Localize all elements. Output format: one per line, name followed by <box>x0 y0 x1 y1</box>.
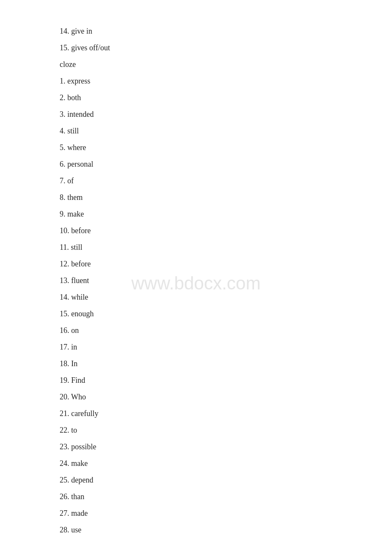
item-text: of <box>67 176 74 185</box>
item-number: 27. <box>60 509 71 517</box>
item-text: make <box>71 459 88 468</box>
list-item: 13. fluent <box>60 275 332 286</box>
item-number: 22. <box>60 426 71 434</box>
list-item: 26. than <box>60 491 332 503</box>
item-text: possible <box>71 442 96 451</box>
item-text: them <box>67 193 83 202</box>
item-number: 14. <box>60 293 71 301</box>
item-number: 24. <box>60 459 71 468</box>
list-item: 21. carefully <box>60 408 332 419</box>
item-text: fluent <box>71 276 89 285</box>
item-text: still <box>71 243 82 251</box>
item-number: 7. <box>60 176 67 185</box>
item-number: 20. <box>60 393 71 401</box>
list-item: 17. in <box>60 341 332 353</box>
item-text: before <box>71 226 91 235</box>
item-number: 16. <box>60 326 71 335</box>
item-number: 8. <box>60 193 67 202</box>
item-number: 17. <box>60 343 71 351</box>
item-text: carefully <box>71 409 98 418</box>
list-item: 15. enough <box>60 308 332 320</box>
list-item: 28. use <box>60 524 332 536</box>
item-text: give in <box>71 27 92 35</box>
item-text: make <box>67 210 84 218</box>
item-number: 26. <box>60 492 71 501</box>
list-item: 23. possible <box>60 441 332 453</box>
item-number: 4. <box>60 127 67 135</box>
item-text: intended <box>67 110 94 119</box>
item-text: Who <box>71 393 86 401</box>
list-item: 4. still <box>60 125 332 137</box>
item-number: 14. <box>60 27 71 35</box>
list-item: 6. personal <box>60 159 332 170</box>
list-item: 8. them <box>60 192 332 203</box>
item-number: 3. <box>60 110 67 119</box>
item-text: in <box>71 343 77 351</box>
main-content: 14. give in 15. gives off/out cloze 1. e… <box>0 0 392 555</box>
list-item: 7. of <box>60 175 332 187</box>
item-number: 21. <box>60 409 71 418</box>
list-item: 20. Who <box>60 391 332 403</box>
list-item: 22. to <box>60 425 332 436</box>
item-text: where <box>67 143 86 152</box>
item-text: before <box>71 260 91 268</box>
list-item: 5. where <box>60 142 332 153</box>
list-item: 18. In <box>60 358 332 370</box>
item-number: 25. <box>60 476 71 484</box>
item-number: 11. <box>60 243 71 251</box>
item-number: 23. <box>60 442 71 451</box>
cloze-list: 1. express2. both3. intended4. still5. w… <box>60 75 332 536</box>
list-item: 25. depend <box>60 474 332 486</box>
item-text: than <box>71 492 84 501</box>
item-text: on <box>71 326 79 335</box>
list-item: 27. made <box>60 508 332 519</box>
item-number: 12. <box>60 260 71 268</box>
item-text: personal <box>67 160 93 168</box>
item-number: 28. <box>60 526 71 534</box>
item-text: still <box>67 127 79 135</box>
item-text: made <box>71 509 88 517</box>
list-item: 2. both <box>60 92 332 104</box>
item-number: 2. <box>60 93 67 102</box>
item-text: gives off/out <box>71 43 110 52</box>
item-number: 15. <box>60 43 71 52</box>
item-number: 1. <box>60 77 67 85</box>
item-text: express <box>67 77 90 85</box>
list-item: 14. give in <box>60 26 332 37</box>
item-number: 10. <box>60 226 71 235</box>
item-text: In <box>71 359 78 368</box>
item-number: 19. <box>60 376 71 384</box>
list-item: 1. express <box>60 75 332 87</box>
item-number: 5. <box>60 143 67 152</box>
item-number: 13. <box>60 276 71 285</box>
item-number: 18. <box>60 359 71 368</box>
list-item: 16. on <box>60 325 332 336</box>
list-item: 12. before <box>60 258 332 270</box>
list-item: 24. make <box>60 458 332 469</box>
top-items-list: 14. give in 15. gives off/out <box>60 26 332 54</box>
item-text: to <box>71 426 77 434</box>
item-number: 15. <box>60 309 71 318</box>
item-text: use <box>71 526 81 534</box>
item-text: Find <box>71 376 85 384</box>
item-text: while <box>71 293 88 301</box>
list-item: 11. still <box>60 242 332 253</box>
list-item: 3. intended <box>60 109 332 120</box>
section-header: cloze <box>60 59 332 70</box>
item-text: depend <box>71 476 93 484</box>
item-number: 6. <box>60 160 67 168</box>
list-item: 14. while <box>60 292 332 303</box>
item-text: both <box>67 93 81 102</box>
list-item: 19. Find <box>60 375 332 386</box>
item-number: 9. <box>60 210 67 218</box>
list-item: 10. before <box>60 225 332 237</box>
list-item: 9. make <box>60 208 332 220</box>
list-item: 15. gives off/out <box>60 42 332 54</box>
item-text: enough <box>71 309 94 318</box>
